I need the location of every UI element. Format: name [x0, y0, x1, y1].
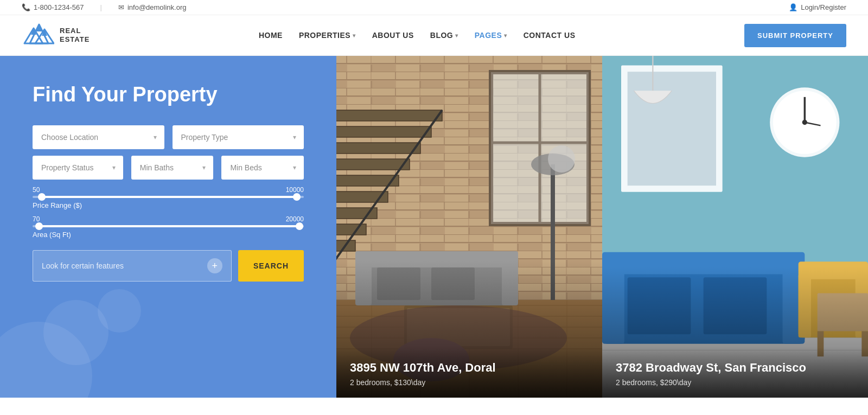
form-row-2: Property Status Min Baths Min Beds — [33, 156, 304, 180]
features-input-wrapper: Look for certain features + — [33, 250, 232, 282]
property-status-select[interactable]: Property Status — [33, 156, 123, 180]
area-range-section: 70 20000 Area (Sq Ft) — [33, 215, 304, 239]
min-baths-select-wrap: Min Baths — [131, 156, 214, 180]
area-min-label: 70 — [33, 215, 40, 223]
property-overlay-2: 3782 Broadway St, San Francisco 2 bedroo… — [602, 347, 868, 398]
svg-rect-81 — [602, 56, 868, 398]
nav-home[interactable]: HOME — [259, 31, 283, 40]
property-status-select-wrap: Property Status — [33, 156, 123, 180]
property-overlay-1: 3895 NW 107th Ave, Doral 2 bedrooms, $13… — [336, 347, 602, 398]
min-baths-select[interactable]: Min Baths — [131, 156, 214, 180]
phone-icon: 📞 — [22, 3, 30, 11]
location-select-wrap: Choose Location — [33, 125, 164, 149]
price-range-label: Price Range ($) — [33, 201, 82, 209]
price-range-fill — [38, 196, 298, 198]
price-max-thumb[interactable] — [293, 193, 301, 201]
property-info-2: 2 bedrooms, $290\day — [616, 378, 854, 387]
price-max-label: 10000 — [286, 186, 304, 194]
email-icon: ✉ — [118, 3, 124, 11]
svg-rect-55 — [336, 56, 602, 398]
features-row: Look for certain features + SEARCH — [33, 250, 304, 282]
logo[interactable]: REAL ESTATE — [22, 22, 90, 49]
price-min-thumb[interactable] — [38, 193, 46, 201]
chevron-down-icon: ▾ — [455, 33, 458, 39]
top-bar: 📞 1-800-1234-567 | ✉ info@demolink.org 👤… — [0, 0, 868, 15]
property-address-1: 3895 NW 107th Ave, Doral — [350, 361, 589, 375]
features-placeholder-text: Look for certain features — [42, 261, 124, 270]
search-button[interactable]: SEARCH — [238, 250, 304, 282]
user-icon: 👤 — [789, 3, 797, 11]
main-content: Find Your Property Choose Location Prope… — [0, 56, 868, 398]
area-max-thumb[interactable] — [296, 222, 303, 230]
area-range-label: Area (Sq Ft) — [33, 231, 71, 239]
area-max-label: 20000 — [286, 215, 304, 223]
search-panel: Find Your Property Choose Location Prope… — [0, 56, 336, 398]
phone-contact[interactable]: 📞 1-800-1234-567 — [22, 3, 84, 11]
form-row-1: Choose Location Property Type — [33, 125, 304, 149]
top-bar-left: 📞 1-800-1234-567 | ✉ info@demolink.org — [22, 3, 187, 11]
main-nav: HOME PROPERTIES ▾ ABOUT US BLOG ▾ PAGES … — [259, 31, 576, 40]
login-label: Login/Register — [801, 3, 846, 11]
price-range-labels: 50 10000 — [33, 186, 304, 194]
nav-properties[interactable]: PROPERTIES ▾ — [299, 31, 356, 40]
chevron-down-icon: ▾ — [353, 33, 356, 39]
price-range-track — [33, 196, 304, 198]
min-beds-select-wrap: Min Beds — [221, 156, 304, 180]
property-card-2[interactable]: 3782 Broadway St, San Francisco 2 bedroo… — [602, 56, 868, 398]
login-register[interactable]: 👤 Login/Register — [789, 3, 846, 11]
property-image-1 — [336, 56, 602, 398]
phone-number: 1-800-1234-567 — [34, 3, 84, 11]
logo-icon — [22, 22, 54, 49]
property-info-1: 2 bedrooms, $130\day — [350, 378, 589, 387]
cloud-decoration-3 — [98, 289, 141, 333]
location-select[interactable]: Choose Location — [33, 125, 164, 149]
nav-contact[interactable]: CONTACT US — [524, 31, 576, 40]
email-contact[interactable]: ✉ info@demolink.org — [118, 3, 187, 11]
search-title: Find Your Property — [33, 83, 304, 106]
area-range-track — [33, 225, 304, 227]
nav-blog[interactable]: BLOG ▾ — [430, 31, 458, 40]
area-range-labels: 70 20000 — [33, 215, 304, 223]
logo-text: REAL ESTATE — [60, 27, 90, 43]
images-panel: 3895 NW 107th Ave, Doral 2 bedrooms, $13… — [336, 56, 868, 398]
header: REAL ESTATE HOME PROPERTIES ▾ ABOUT US B… — [0, 15, 868, 56]
price-range-section: 50 10000 Price Range ($) — [33, 186, 304, 210]
area-range-fill — [35, 225, 298, 227]
email-address: info@demolink.org — [127, 3, 187, 11]
chevron-down-icon: ▾ — [504, 33, 507, 39]
area-min-thumb[interactable] — [35, 222, 43, 230]
property-type-select[interactable]: Property Type — [173, 125, 304, 149]
submit-property-button[interactable]: SUBMIT PROPERTY — [744, 24, 846, 47]
price-min-label: 50 — [33, 186, 40, 194]
nav-about[interactable]: ABOUT US — [372, 31, 414, 40]
property-image-2 — [602, 56, 868, 398]
property-address-2: 3782 Broadway St, San Francisco — [616, 361, 854, 375]
nav-pages[interactable]: PAGES ▾ — [475, 31, 507, 40]
property-type-select-wrap: Property Type — [173, 125, 304, 149]
min-beds-select[interactable]: Min Beds — [221, 156, 304, 180]
add-features-button[interactable]: + — [207, 258, 222, 273]
property-card-1[interactable]: 3895 NW 107th Ave, Doral 2 bedrooms, $13… — [336, 56, 602, 398]
